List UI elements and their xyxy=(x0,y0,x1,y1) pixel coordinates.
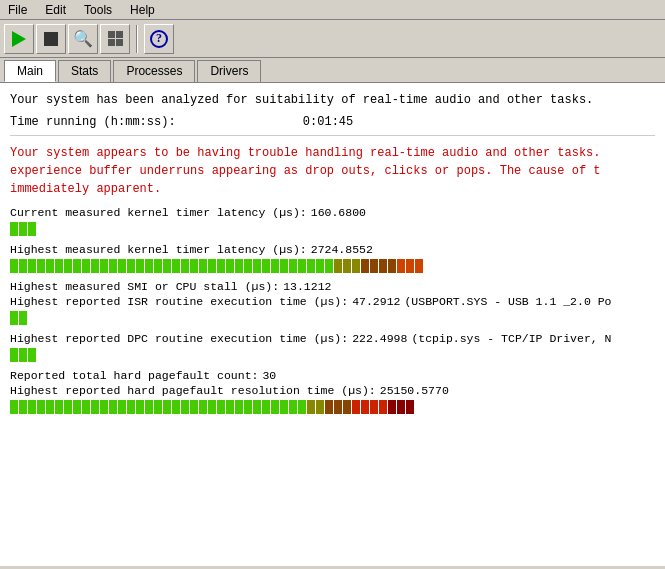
toolbar-separator xyxy=(136,25,138,53)
metric-value-3: 13.1212 xyxy=(283,280,331,293)
menu-bar: File Edit Tools Help xyxy=(0,0,665,20)
metric-label-4: Highest reported ISR routine execution t… xyxy=(10,295,348,308)
menu-file[interactable]: File xyxy=(4,1,31,19)
tab-bar: Main Stats Processes Drivers xyxy=(0,58,665,83)
metric-value-1: 160.6800 xyxy=(311,206,366,219)
metric-row-4: Highest reported ISR routine execution t… xyxy=(10,295,655,308)
metric-value-6: 30 xyxy=(262,369,276,382)
metric-extra-4: (USBPORT.SYS - USB 1.1 _2.0 Po xyxy=(404,295,611,308)
metric-row-7: Highest reported hard pagefault resoluti… xyxy=(10,384,655,397)
metric-label-1: Current measured kernel timer latency (µ… xyxy=(10,206,307,219)
divider-1 xyxy=(10,135,655,136)
tab-processes[interactable]: Processes xyxy=(113,60,195,82)
metric-label-3: Highest measured SMI or CPU stall (µs): xyxy=(10,280,279,293)
metric-value-7: 25150.5770 xyxy=(380,384,449,397)
toolbar: 🔍 ? xyxy=(0,20,665,58)
metric-extra-5: (tcpip.sys - TCP/IP Driver, N xyxy=(411,332,611,345)
help-icon: ? xyxy=(150,30,168,48)
magnifier-icon: 🔍 xyxy=(73,29,93,49)
bar-segments-7 xyxy=(10,400,414,414)
metric-row-2: Highest measured kernel timer latency (µ… xyxy=(10,243,655,256)
metric-label-7: Highest reported hard pagefault resoluti… xyxy=(10,384,376,397)
bar-segments-5 xyxy=(10,348,36,362)
bar-7 xyxy=(10,399,655,415)
help-button[interactable]: ? xyxy=(144,24,174,54)
metric-row-5: Highest reported DPC routine execution t… xyxy=(10,332,655,345)
metric-row-1: Current measured kernel timer latency (µ… xyxy=(10,206,655,219)
grid-icon xyxy=(108,31,123,46)
stop-button[interactable] xyxy=(36,24,66,54)
tab-main[interactable]: Main xyxy=(4,60,56,82)
metric-value-4: 47.2912 xyxy=(352,295,400,308)
time-running-value: 0:01:45 xyxy=(303,115,353,129)
metric-row-6: Reported total hard pagefault count: 30 xyxy=(10,369,655,382)
bar-segments-1 xyxy=(10,222,36,236)
metric-value-2: 2724.8552 xyxy=(311,243,373,256)
bar-segments-2 xyxy=(10,259,423,273)
metric-row-3: Highest measured SMI or CPU stall (µs): … xyxy=(10,280,655,293)
bar-segments-4 xyxy=(10,311,27,325)
warning-text: Your system appears to be having trouble… xyxy=(10,144,655,198)
analysis-line1: Your system has been analyzed for suitab… xyxy=(10,91,655,109)
bar-5 xyxy=(10,347,655,363)
metric-label-6: Reported total hard pagefault count: xyxy=(10,369,258,382)
bar-4 xyxy=(10,310,655,326)
magnifier-button[interactable]: 🔍 xyxy=(68,24,98,54)
time-running-label: Time running (h:mm:ss): xyxy=(10,115,176,129)
tab-drivers[interactable]: Drivers xyxy=(197,60,261,82)
menu-edit[interactable]: Edit xyxy=(41,1,70,19)
bar-1 xyxy=(10,221,655,237)
tab-stats[interactable]: Stats xyxy=(58,60,111,82)
menu-tools[interactable]: Tools xyxy=(80,1,116,19)
main-content: Your system has been analyzed for suitab… xyxy=(0,83,665,566)
bar-2 xyxy=(10,258,655,274)
play-button[interactable] xyxy=(4,24,34,54)
metric-label-2: Highest measured kernel timer latency (µ… xyxy=(10,243,307,256)
metric-label-5: Highest reported DPC routine execution t… xyxy=(10,332,348,345)
stop-icon xyxy=(44,32,58,46)
grid-button[interactable] xyxy=(100,24,130,54)
menu-help[interactable]: Help xyxy=(126,1,159,19)
metric-value-5: 222.4998 xyxy=(352,332,407,345)
play-icon xyxy=(12,31,26,47)
time-running-row: Time running (h:mm:ss): 0:01:45 xyxy=(10,113,655,131)
